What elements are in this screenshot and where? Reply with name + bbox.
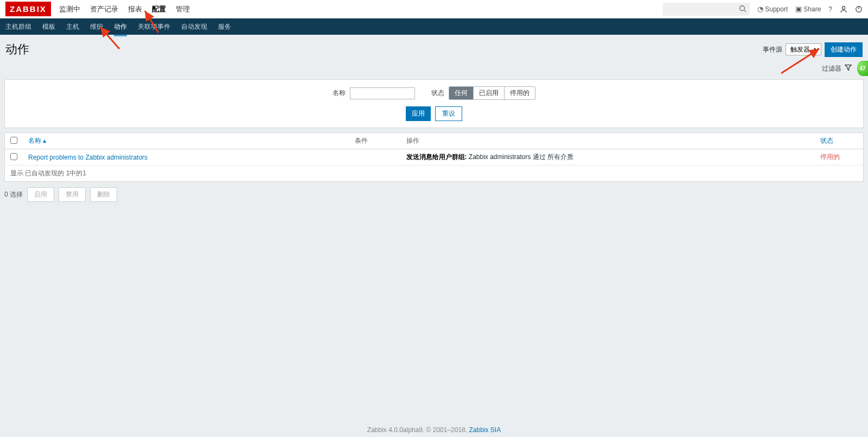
page-header: 动作 事件源 触发器 创建动作: [0, 35, 868, 61]
status-enabled[interactable]: 已启用: [473, 87, 504, 99]
help-icon[interactable]: ?: [828, 5, 832, 13]
sub-nav: 主机群组 模板 主机 维护 动作 关联项事件 自动发现 服务: [0, 18, 868, 35]
z-share-icon: ▣: [795, 5, 802, 13]
svg-point-0: [740, 5, 745, 10]
subnav-services[interactable]: 服务: [218, 18, 231, 36]
filter-toggle-row: 过滤器 47: [0, 61, 868, 79]
filter-icon[interactable]: [845, 64, 852, 73]
bulk-delete-button[interactable]: 删除: [90, 187, 117, 202]
subnav-discovery[interactable]: 自动发现: [181, 18, 207, 36]
bulk-enable-button[interactable]: 启用: [27, 187, 54, 202]
filter-status-label: 状态: [431, 88, 444, 98]
nav-inventory[interactable]: 资产记录: [90, 4, 118, 14]
filter-status-segment: 任何 已启用 停用的: [449, 86, 535, 100]
col-header-status[interactable]: 状态: [815, 133, 864, 149]
user-icon[interactable]: [840, 5, 847, 13]
subnav-hostgroups[interactable]: 主机群组: [5, 18, 31, 36]
create-action-button[interactable]: 创建动作: [825, 42, 863, 57]
event-source-select[interactable]: 触发器: [786, 43, 821, 55]
svg-line-1: [744, 10, 746, 12]
support-link[interactable]: ◔Support: [757, 5, 788, 13]
apply-button[interactable]: 应用: [406, 106, 431, 121]
bulk-disable-button[interactable]: 禁用: [59, 187, 86, 202]
row-condition: [349, 149, 401, 166]
subnav-templates[interactable]: 模板: [42, 18, 55, 36]
search-icon[interactable]: [739, 5, 746, 14]
subnav-correlation[interactable]: 关联项事件: [138, 18, 170, 36]
action-name-link[interactable]: Report problems to Zabbix administrators: [28, 154, 148, 161]
selected-count: 0 选择: [4, 190, 23, 199]
nav-administration[interactable]: 管理: [176, 4, 190, 14]
row-checkbox[interactable]: [10, 153, 17, 160]
power-icon[interactable]: [855, 5, 863, 13]
table-footer-text: 显示 已自动发现的 1中的1: [5, 166, 864, 182]
table-row: Report problems to Zabbix administrators…: [5, 149, 864, 166]
actions-table: 名称 ▴ 条件 操作 状态 Report problems to Zabbix …: [4, 132, 864, 182]
filter-panel: 名称 状态 任何 已启用 停用的 应用 重设: [4, 79, 864, 128]
subnav-maintenance[interactable]: 维护: [90, 18, 103, 36]
nav-configuration[interactable]: 配置: [152, 4, 166, 14]
search-wrap: [663, 3, 750, 16]
col-header-operation: 操作: [401, 133, 815, 149]
svg-point-2: [842, 6, 845, 9]
logo[interactable]: ZABBIX: [5, 2, 51, 16]
status-disabled[interactable]: 停用的: [504, 87, 535, 99]
nav-monitoring[interactable]: 监测中: [59, 4, 80, 14]
col-header-name[interactable]: 名称 ▴: [23, 133, 349, 149]
event-source-label: 事件源: [763, 45, 782, 54]
filter-toggle-label[interactable]: 过滤器: [822, 64, 841, 73]
status-any[interactable]: 任何: [449, 87, 473, 99]
subnav-actions[interactable]: 动作: [114, 18, 127, 36]
select-all-checkbox[interactable]: [10, 137, 17, 144]
col-header-condition: 条件: [349, 133, 401, 149]
search-input[interactable]: [663, 3, 750, 16]
problem-count-badge[interactable]: 47: [857, 61, 868, 76]
row-operation: 发送消息给用户群组: Zabbix administrators 通过 所有介质: [401, 149, 815, 166]
filter-name-label: 名称: [333, 88, 346, 98]
nav-reports[interactable]: 报表: [128, 4, 142, 14]
share-link[interactable]: ▣Share: [795, 5, 821, 13]
row-status-link[interactable]: 停用的: [820, 153, 840, 161]
bulk-actions-row: 0 选择 启用 禁用 删除: [0, 182, 868, 207]
reset-button[interactable]: 重设: [435, 106, 462, 121]
filter-name-input[interactable]: [350, 87, 415, 99]
subnav-hosts[interactable]: 主机: [66, 18, 79, 36]
page-title: 动作: [5, 41, 29, 58]
sort-asc-icon: ▴: [43, 137, 46, 144]
top-nav: ZABBIX 监测中 资产记录 报表 配置 管理 ◔Support ▣Share…: [0, 0, 868, 18]
headset-icon: ◔: [757, 5, 763, 13]
